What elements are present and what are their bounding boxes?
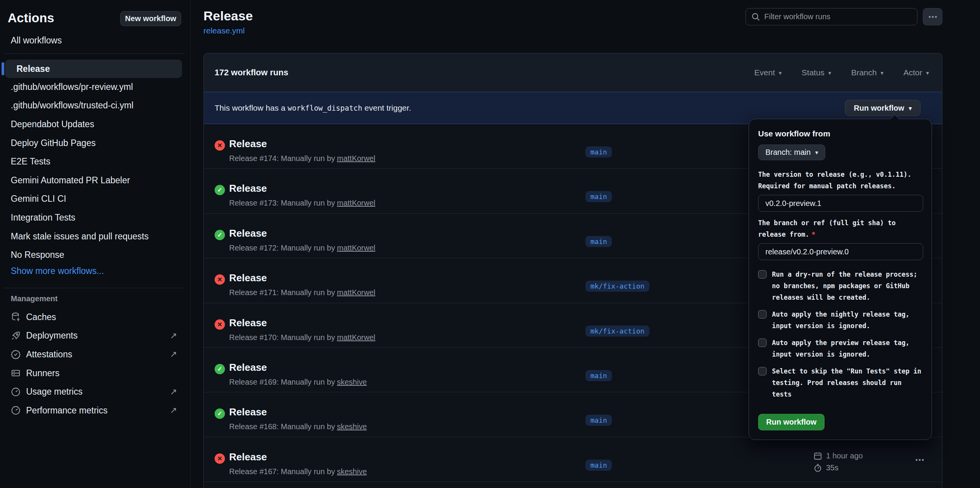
sidebar-workflow-item[interactable]: Dependabot Updates — [0, 115, 191, 134]
run-workflow-popover: Use workflow from Branch: main ▾ The ver… — [749, 119, 932, 440]
status-icon: ✓ — [215, 408, 225, 419]
sidebar-item-attestations[interactable]: Attestations ↗ — [0, 345, 191, 364]
runs-filter-dropdown[interactable]: Status ▾ — [802, 68, 831, 77]
workflow-file-link[interactable]: release.yml — [203, 26, 245, 35]
sidebar-workflow-item[interactable]: Mark stale issues and pull requests — [0, 227, 191, 246]
show-more-workflows-link[interactable]: Show more workflows... — [11, 266, 104, 276]
actor-link[interactable]: mattKorwel — [337, 333, 375, 342]
chevron-down-icon: ▾ — [779, 70, 782, 76]
run-description: Release #174: Manually run bymattKorwel — [229, 154, 375, 163]
chevron-down-icon: ▾ — [828, 70, 831, 76]
sidebar-item-release-selected[interactable]: Release — [5, 60, 182, 78]
run-workflow-dropdown-label: Run workflow — [854, 104, 904, 113]
run-title-link[interactable]: Release — [229, 362, 267, 373]
run-description: Release #169: Manually run byskeshive — [229, 378, 367, 387]
run-workflow-dropdown-button[interactable]: Run workflow ▾ — [845, 100, 921, 116]
new-workflow-button[interactable]: New workflow — [120, 11, 181, 26]
branch-badge[interactable]: main — [585, 146, 612, 158]
runs-count: 172 workflow runs — [215, 68, 288, 78]
status-icon: ✓ — [215, 230, 225, 240]
filter-label: Status — [802, 68, 825, 77]
sidebar-item-runners[interactable]: Runners — [0, 364, 191, 383]
checkbox-row: Select to skip the "Run Tests" step in t… — [758, 365, 922, 400]
sidebar-item-deployments[interactable]: Deployments ↗ — [0, 327, 191, 345]
checkbox-label: Auto apply the preview release tag, inpu… — [772, 337, 922, 360]
run-title-link[interactable]: Release — [229, 183, 267, 194]
branch-selector-label: Branch: main — [765, 148, 811, 157]
selected-workflow-label: Release — [17, 64, 50, 74]
branch-badge[interactable]: main — [585, 370, 612, 381]
run-title-link[interactable]: Release — [229, 138, 267, 150]
checkbox[interactable] — [758, 310, 767, 319]
filter-runs-input[interactable] — [764, 12, 912, 21]
verified-badge-icon — [11, 349, 21, 359]
sidebar-workflow-item[interactable]: No Response — [0, 246, 191, 264]
branch-badge[interactable]: main — [585, 236, 612, 247]
version-help-text: The version to release (e.g., v0.1.11). … — [758, 169, 922, 192]
all-workflows-link[interactable]: All workflows — [11, 35, 62, 46]
actor-link[interactable]: skeshive — [337, 378, 367, 386]
meter-icon — [11, 405, 21, 415]
runs-filters: Event ▾ Status ▾ Branch ▾ Actor ▾ — [754, 68, 929, 77]
branch-selector-button[interactable]: Branch: main ▾ — [758, 144, 825, 160]
actor-link[interactable]: mattKorwel — [337, 244, 375, 252]
server-icon — [11, 368, 21, 378]
run-options-button[interactable] — [915, 454, 932, 466]
run-title-link[interactable]: Release — [229, 272, 267, 284]
actor-link[interactable]: skeshive — [337, 422, 367, 431]
external-link-icon: ↗ — [170, 349, 177, 359]
meter-icon — [11, 387, 21, 397]
popover-title: Use workflow from — [758, 129, 922, 138]
actor-link[interactable]: mattKorwel — [337, 154, 375, 163]
selected-accent-bar — [2, 62, 4, 75]
branch-badge[interactable]: main — [585, 415, 612, 426]
runs-filter-dropdown[interactable]: Actor ▾ — [903, 68, 929, 77]
sidebar-workflow-item[interactable]: Gemini Automated PR Labeler — [0, 171, 191, 190]
run-title-link[interactable]: Release — [229, 227, 267, 239]
runs-filter-dropdown[interactable]: Branch ▾ — [851, 68, 883, 77]
stopwatch-icon — [813, 463, 822, 472]
sidebar-item-usage-metrics[interactable]: Usage metrics ↗ — [0, 382, 191, 401]
branch-badge[interactable]: main — [585, 191, 612, 202]
run-title-link[interactable]: Release — [229, 406, 267, 418]
ref-input[interactable] — [758, 243, 923, 260]
external-link-icon: ↗ — [170, 387, 177, 397]
actor-link[interactable]: mattKorwel — [337, 199, 375, 207]
run-title-link[interactable]: Release — [229, 451, 267, 463]
sidebar-divider — [4, 53, 185, 54]
run-description-text: Release #170: Manually run by — [229, 333, 335, 342]
sidebar-item-performance-metrics[interactable]: Performance metrics ↗ — [0, 401, 191, 420]
sidebar-workflow-item[interactable]: .github/workflows/pr-review.yml — [0, 78, 191, 96]
sidebar-workflow-item[interactable]: E2E Tests — [0, 152, 191, 171]
sidebar-item-caches[interactable]: Caches — [0, 308, 191, 327]
kebab-icon — [915, 455, 932, 465]
sidebar-workflow-item[interactable]: .github/workflows/trusted-ci.yml — [0, 96, 191, 115]
run-workflow-submit-button[interactable]: Run workflow — [758, 414, 825, 430]
chevron-down-icon: ▾ — [815, 149, 818, 155]
run-description: Release #171: Manually run bymattKorwel — [229, 288, 375, 297]
actor-link[interactable]: skeshive — [337, 467, 367, 476]
branch-badge[interactable]: main — [585, 460, 612, 471]
management-item-label: Performance metrics — [26, 405, 170, 416]
checkbox[interactable] — [758, 270, 767, 279]
workflow-dispatch-code: workflow_dispatch — [288, 104, 362, 112]
checkbox-label: Auto apply the nightly release tag, inpu… — [772, 309, 922, 332]
run-description: Release #172: Manually run bymattKorwel — [229, 244, 375, 252]
sidebar-workflow-item[interactable]: Gemini CLI CI — [0, 190, 191, 209]
sidebar-workflow-item[interactable]: Deploy GitHub Pages — [0, 134, 191, 153]
status-icon: ✕ — [215, 274, 225, 285]
checkbox[interactable] — [758, 367, 767, 375]
actor-link[interactable]: mattKorwel — [337, 288, 375, 297]
page-options-button[interactable] — [923, 8, 942, 25]
popover-checkbox-list: Run a dry-run of the release process; no… — [758, 269, 922, 400]
rocket-icon — [11, 331, 21, 341]
runs-filter-dropdown[interactable]: Event ▾ — [754, 68, 782, 77]
checkbox[interactable] — [758, 339, 767, 347]
version-input[interactable] — [758, 195, 923, 212]
sidebar-workflow-item[interactable]: Integration Tests — [0, 208, 191, 227]
run-title-link[interactable]: Release — [229, 317, 267, 329]
branch-badge[interactable]: mk/fix-action — [585, 281, 649, 292]
branch-badge[interactable]: mk/fix-action — [585, 325, 649, 337]
management-list: Caches Deployments ↗ Attestations ↗ Runn… — [0, 308, 191, 420]
workflow-run-row[interactable]: ✕ Release Release #167: Manually run bys… — [204, 437, 942, 482]
